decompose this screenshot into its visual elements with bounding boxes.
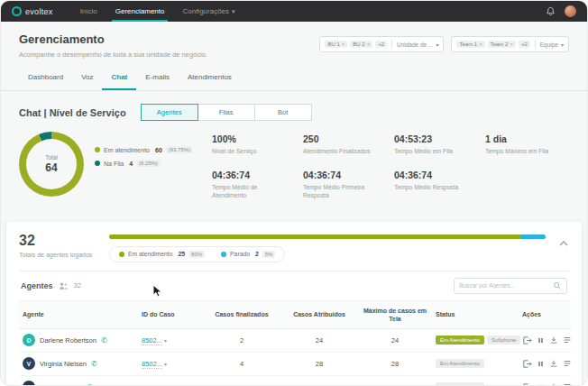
agent-cell: D Darlene Robertson ✆ — [23, 334, 134, 346]
filters: BU 1× BU 2× +2 Unidade de ...▾ Team 1× T… — [319, 36, 569, 59]
pause-icon[interactable] — [537, 335, 545, 345]
filter-more-badge[interactable]: +2 — [519, 41, 530, 48]
case-id-link[interactable]: 8502... — [142, 360, 162, 369]
agent-cell: M Mary Johnson ✆ — [23, 381, 134, 386]
agents-total-label: Totais de agentes logados — [19, 252, 109, 258]
people-icon — [59, 281, 69, 290]
agent-name: Darlene Robertson — [40, 336, 96, 345]
user-avatar[interactable] — [565, 5, 576, 17]
nav-item-inicio[interactable]: Início — [71, 1, 106, 22]
agents-bar-block: Em atendimento 25 80% Parado 2 5% — [109, 234, 546, 262]
page-title: Gerenciamento — [19, 32, 207, 46]
filter-tag-bu2[interactable]: BU 2× — [350, 41, 372, 48]
mouse-cursor — [152, 284, 163, 299]
filter-tag-team2[interactable]: Team 2× — [488, 41, 516, 48]
tab-dashboard[interactable]: Dashboard — [19, 66, 72, 90]
brand[interactable]: evoltex — [12, 1, 53, 22]
legend-dot — [119, 252, 124, 257]
kpi-nivel-servico: 100%Nível de Serviço — [212, 133, 296, 155]
casos-finalizados-value: 4 — [203, 352, 280, 375]
download-icon[interactable] — [549, 335, 558, 345]
segment-bot[interactable]: Bot — [254, 104, 312, 121]
section-title: Chat | Nível de Serviço — [19, 107, 126, 118]
nav-spacer — [244, 1, 546, 22]
brand-name: evoltex — [25, 7, 53, 16]
download-icon[interactable] — [549, 382, 558, 386]
notifications-bell-icon[interactable] — [546, 1, 556, 22]
chevron-up-icon[interactable] — [558, 234, 569, 251]
case-id-link[interactable]: 8502... — [142, 336, 162, 345]
filter-tag-bu1[interactable]: BU 1× — [325, 41, 347, 48]
agents-total-value: 32 — [19, 233, 109, 249]
col-maximo-casos: Máximo de casos em Tela — [358, 300, 432, 328]
legend-dot — [95, 147, 100, 152]
col-acoes: Ações — [519, 300, 571, 328]
casos-atribuidos-value: 35 — [280, 375, 358, 386]
nav-item-gerenciamento[interactable]: Gerenciamento — [106, 1, 174, 22]
chevron-down-icon: ▾ — [436, 41, 438, 48]
filter-unidade[interactable]: BU 1× BU 2× +2 Unidade de ...▾ — [319, 36, 444, 52]
status-badge: Em Atendimento — [436, 382, 484, 386]
stacked-bar-segment-em-atendimento — [109, 234, 521, 239]
chevron-down-icon[interactable]: ▾ — [164, 338, 167, 344]
tab-atendimentos[interactable]: Atendimentos — [179, 66, 241, 90]
close-icon[interactable]: × — [367, 41, 371, 47]
service-body: Total 64 Em atendimento 60 (93.75%) Na F… — [19, 132, 569, 216]
list-icon[interactable] — [563, 359, 572, 369]
filter-unidade-select[interactable]: Unidade de ...▾ — [397, 41, 439, 48]
kpi-tempo-maximo-fila: 1 diaTempo Máximo em Fila — [485, 133, 569, 155]
segment-agentes[interactable]: Agentes — [141, 104, 198, 121]
stacked-bar-segment-parado — [521, 234, 546, 239]
list-icon[interactable] — [563, 382, 572, 386]
pause-icon[interactable] — [537, 359, 545, 369]
chevron-down-icon[interactable]: ▾ — [164, 362, 167, 367]
status-badge: Em Atendimento — [436, 359, 484, 368]
agents-count: 32 — [74, 281, 81, 290]
filter-more-badge[interactable]: +2 — [375, 41, 387, 48]
casos-atribuidos-value: 28 — [280, 352, 358, 375]
pause-icon[interactable] — [537, 382, 545, 386]
transfer-icon[interactable] — [522, 382, 532, 386]
tab-voz[interactable]: Voz — [72, 66, 102, 90]
close-icon[interactable]: × — [342, 41, 345, 47]
filter-tag-team1[interactable]: Team 1× — [456, 41, 484, 48]
close-icon[interactable]: × — [479, 41, 482, 47]
col-id-caso: ID do Caso — [138, 300, 203, 328]
close-icon[interactable]: × — [510, 41, 513, 47]
col-casos-finalizados: Casos finalizados — [203, 300, 280, 328]
service-section: Chat | Nível de Serviço Agentes Filas Bo… — [1, 91, 587, 216]
kpi-tempo-medio-resposta: 04:36:74Tempo Médio Resposta — [394, 170, 478, 199]
agents-section-title: Agentes 32 — [21, 281, 81, 290]
page-subtitle: Acompanhe o desempenho de toda a sua uni… — [19, 51, 207, 59]
filter-equipe[interactable]: Team 1× Team 2× +2 Equipe▾ — [451, 36, 569, 52]
maximo-casos-value: 28 — [358, 352, 432, 375]
download-icon[interactable] — [549, 359, 558, 369]
legend-dot — [221, 252, 226, 257]
agent-cell: V Virginia Nielsen ✆ — [23, 357, 134, 370]
stacked-bar — [109, 234, 546, 239]
nav-item-configuracoes[interactable]: Configurações ▾ — [173, 1, 243, 22]
segment-filas[interactable]: Filas — [198, 104, 255, 121]
legend-item-na-fila: Na Fila 4 (6.25%) — [95, 160, 198, 167]
agents-search[interactable] — [454, 278, 567, 294]
kpi-empty — [485, 170, 569, 199]
agents-table: Agente ID do Caso Casos finalizados Caso… — [19, 300, 571, 386]
list-icon[interactable] — [563, 335, 572, 345]
avatar: D — [23, 334, 35, 346]
search-icon[interactable] — [553, 281, 562, 290]
transfer-icon[interactable] — [522, 335, 532, 345]
filter-equipe-select[interactable]: Equipe▾ — [540, 41, 564, 48]
kpi-atendimentos-finalizados: 250Atendimento Finalizados — [303, 133, 387, 155]
transfer-icon[interactable] — [522, 359, 532, 369]
agents-total-block: 32 Totais de agentes logados — [19, 233, 109, 258]
top-navbar: evoltex Início Gerenciamento Configuraçõ… — [1, 1, 587, 22]
col-casos-atribuidos: Casos Atribuídos — [280, 300, 358, 328]
tab-chat[interactable]: Chat — [102, 66, 136, 90]
casos-atribuidos-value: 24 — [280, 328, 358, 352]
donut-legend: Em atendimento 60 (93.75%) Na Fila 4 (6.… — [95, 146, 198, 200]
chevron-down-icon: ▾ — [232, 8, 235, 15]
maximo-casos-value: 35 — [358, 375, 432, 386]
tab-emails[interactable]: E-mails — [136, 66, 179, 90]
search-input[interactable] — [459, 282, 553, 289]
page-header: Gerenciamento Acompanhe o desempenho de … — [1, 22, 587, 64]
